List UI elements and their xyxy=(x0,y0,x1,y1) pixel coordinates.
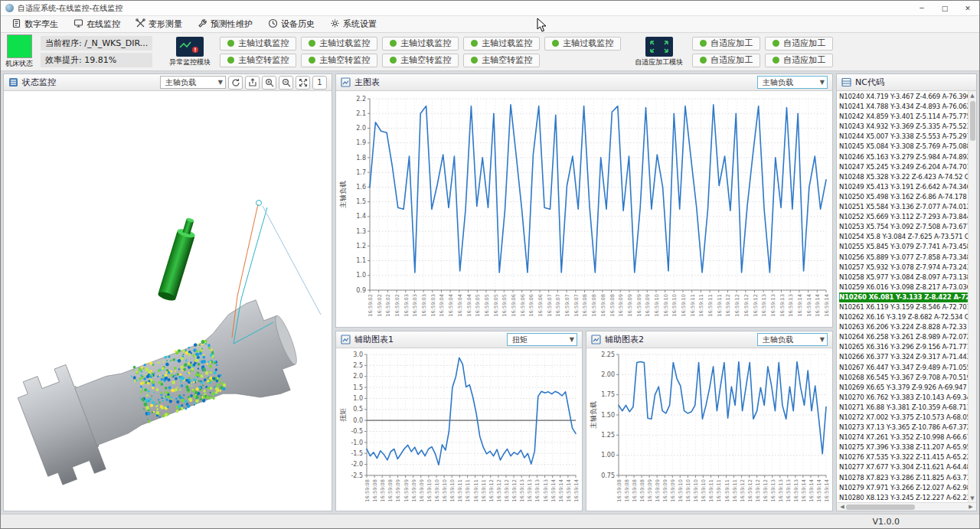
refresh-icon[interactable] xyxy=(228,76,243,90)
nc-code-line[interactable]: N10269 X6.65 Y-3.379 Z-9.926 A-69.947 C xyxy=(839,383,968,393)
nc-code-line[interactable]: N10256 X5.889 Y-3.077 Z-7.858 A-73.348 xyxy=(839,253,968,263)
main-chart-panel: 主图表 主轴负载▼ 0.91.01.11.21.31.41.51.61.71.8… xyxy=(335,73,833,328)
zoom-in-icon[interactable] xyxy=(262,76,276,90)
menu-item-6[interactable]: 系统设置 xyxy=(322,16,384,32)
nc-code-line[interactable]: N10276 X7.535 Y-3.322 Z-11.415 A-65.22 xyxy=(839,452,968,462)
nc-code-line[interactable]: N10261 X6.119 Y-3.159 Z-8.546 A-72.701 xyxy=(839,302,968,312)
svg-text:16:59:02: 16:59:02 xyxy=(368,294,374,317)
scrollbar-thumb[interactable] xyxy=(970,101,975,141)
nc-code-line[interactable]: N10275 X7.396 Y-3.338 Z-11.207 A-65.95 xyxy=(839,442,968,452)
svg-text:16:59:03: 16:59:03 xyxy=(412,294,418,317)
nc-code-line[interactable]: N10245 X5.084 Y-3.308 Z-5.769 A-75.088 xyxy=(839,142,968,152)
nc-code-line[interactable]: N10250 X5.498 Y-3.162 Z-6.86 A-74.178 C xyxy=(839,192,968,202)
chevron-down-icon: ▼ xyxy=(815,79,825,86)
nc-code-line[interactable]: N10262 X6.16 Y-3.19 Z-8.682 A-72.534 C xyxy=(839,312,968,322)
main-chart-title: 主图表 xyxy=(354,77,380,88)
nc-code-line[interactable]: N10259 X6.016 Y-3.098 Z-8.217 A-73.036 xyxy=(839,282,968,292)
nc-code-line[interactable]: N10263 X6.206 Y-3.224 Z-8.828 A-72.33 C xyxy=(839,322,968,332)
machine-3d-view[interactable] xyxy=(4,91,332,511)
svg-text:1.4: 1.4 xyxy=(356,213,366,220)
export-view-icon[interactable] xyxy=(245,76,260,90)
menu-item-3[interactable]: 变形测量 xyxy=(128,16,190,32)
menu-item-1[interactable]: 数字孪生 xyxy=(4,16,66,32)
nc-code-line[interactable]: N10266 X6.377 Y-3.324 Z-9.317 A-71.443 xyxy=(839,352,968,362)
zoom-out-icon[interactable] xyxy=(279,76,293,90)
nc-code-line[interactable]: N10260 X6.081 Y-3.133 Z-8.422 A-72.835 xyxy=(839,292,968,302)
nc-code-line[interactable]: N10243 X4.932 Y-3.369 Z-5.335 A-75.523 xyxy=(839,122,968,132)
close-button[interactable]: ✕ xyxy=(956,1,979,15)
svg-text:16:59:10: 16:59:10 xyxy=(426,479,433,502)
maximize-button[interactable]: □ xyxy=(933,1,956,15)
scroll-up-icon[interactable]: ▲ xyxy=(970,91,974,100)
nc-code-line[interactable]: N10253 X5.754 Y-3.092 Z-7.508 A-73.677 xyxy=(839,222,968,232)
nc-code-line[interactable]: N10249 X5.413 Y-3.191 Z-6.642 A-74.346 xyxy=(839,182,968,192)
svg-text:16:59:07: 16:59:07 xyxy=(573,294,580,317)
nc-code-line[interactable]: N10252 X5.669 Y-3.112 Z-7.293 A-73.844 xyxy=(839,212,968,222)
svg-text:1.75: 1.75 xyxy=(601,392,615,399)
svg-text:16:59:05: 16:59:05 xyxy=(484,294,490,317)
status-monitor-panel: 状态监控 主轴负载▼ 1 xyxy=(3,73,332,511)
nc-code-line[interactable]: N10241 X4.788 Y-3.434 Z-4.893 A-76.062 xyxy=(839,102,968,112)
menu-item-4[interactable]: 预测性维护 xyxy=(190,16,260,32)
svg-text:16:59:03: 16:59:03 xyxy=(421,294,427,317)
svg-text:16:59:06: 16:59:06 xyxy=(537,294,544,317)
svg-text:2.2: 2.2 xyxy=(356,96,366,103)
svg-text:16:59:06: 16:59:06 xyxy=(528,294,534,317)
nc-code-line[interactable]: N10254 X5.8 Y-3.084 Z-7.625 A-73.571 C xyxy=(839,232,968,242)
status-badge: 主轴过载监控 xyxy=(301,37,377,51)
nc-code-line[interactable]: N10278 X7.823 Y-3.286 Z-11.825 A-63.73 xyxy=(839,473,968,483)
scrollbar-thumb[interactable] xyxy=(846,505,915,510)
nc-code-line[interactable]: N10267 X6.447 Y-3.347 Z-9.489 A-71.055 xyxy=(839,363,968,373)
nc-code-line[interactable]: N10248 X5.328 Y-3.22 Z-6.423 A-74.52 C xyxy=(839,172,968,182)
svg-text:16:59:10: 16:59:10 xyxy=(434,479,440,502)
svg-text:16:59:13: 16:59:13 xyxy=(543,479,549,502)
minimize-button[interactable]: ─ xyxy=(910,1,933,15)
menu-item-5[interactable]: 设备历史 xyxy=(260,16,322,32)
svg-text:16:59:10: 16:59:10 xyxy=(681,294,687,317)
menu-item-2[interactable]: 在线监控 xyxy=(66,16,128,32)
nc-code-line[interactable]: N10273 X7.13 Y-3.365 Z-10.786 A-67.372 xyxy=(839,423,968,433)
svg-text:16:59:11: 16:59:11 xyxy=(707,294,714,317)
nc-code-line[interactable]: N10280 X8.123 Y-3.245 Z-12.227 A-62.23 xyxy=(839,493,968,502)
fit-view-icon[interactable] xyxy=(296,76,310,90)
nc-code-line[interactable]: N10264 X6.258 Y-3.261 Z-8.989 A-72.072 xyxy=(839,332,968,342)
svg-text:16:59:13: 16:59:13 xyxy=(793,479,799,502)
scroll-right-icon[interactable]: ▶ xyxy=(967,504,975,510)
nc-code-line[interactable]: N10255 X5.845 Y-3.079 Z-7.741 A-73.458 xyxy=(839,242,968,252)
nc-code-line[interactable]: N10274 X7.261 Y-3.352 Z-10.998 A-66.67 xyxy=(839,433,968,442)
nc-code-line[interactable]: N10270 X6.762 Y-3.383 Z-10.143 A-69.34 xyxy=(839,393,968,403)
list-icon xyxy=(8,77,18,87)
machine-status-label: 机床状态 xyxy=(5,59,33,69)
nc-code-line[interactable]: N10242 X4.859 Y-3.401 Z-5.114 A-75.775 xyxy=(839,112,968,122)
nc-horizontal-scrollbar[interactable]: ◀ ▶ xyxy=(837,502,976,511)
nc-code-line[interactable]: N10257 X5.932 Y-3.078 Z-7.974 A-73.243 xyxy=(839,263,968,273)
aux-chart-1-signal-dropdown[interactable]: 扭矩▼ xyxy=(507,333,577,346)
nc-code-line[interactable]: N10240 X4.719 Y-3.467 Z-4.669 A-76.396 xyxy=(839,92,968,102)
svg-text:16:59:14: 16:59:14 xyxy=(815,294,821,317)
main-chart-signal-dropdown[interactable]: 主轴负载▼ xyxy=(757,76,828,89)
svg-text:16:59:09: 16:59:09 xyxy=(645,294,651,317)
scroll-left-icon[interactable]: ◀ xyxy=(838,504,846,510)
nc-code-line[interactable]: N10251 X5.584 Y-3.136 Z-7.077 A-74.012 xyxy=(839,202,968,212)
aux-chart-2-signal-dropdown[interactable]: 主轴负载▼ xyxy=(757,333,828,346)
svg-text:2.5: 2.5 xyxy=(353,362,363,369)
svg-text:16:59:14: 16:59:14 xyxy=(816,479,822,502)
nc-code-line[interactable]: N10265 X6.316 Y-3.296 Z-9.156 A-71.771 xyxy=(839,342,968,352)
adaptive-module: 自适应加工模块 xyxy=(635,37,683,67)
svg-text:16:59:11: 16:59:11 xyxy=(465,479,471,502)
scroll-down-icon[interactable]: ▼ xyxy=(970,494,974,502)
svg-text:1.50: 1.50 xyxy=(601,412,615,419)
svg-text:16:59:10: 16:59:10 xyxy=(701,479,707,502)
view-signal-dropdown[interactable]: 主轴负载▼ xyxy=(160,76,226,89)
nc-code-line[interactable]: N10272 X7.002 Y-3.375 Z-10.573 A-68.05 xyxy=(839,413,968,423)
nc-code-line[interactable]: N10247 X5.245 Y-3.249 Z-6.204 A-74.701 xyxy=(839,162,968,172)
nc-code-line[interactable]: N10277 X7.677 Y-3.304 Z-11.621 A-64.48 xyxy=(839,462,968,472)
nc-code-line[interactable]: N10271 X6.88 Y-3.381 Z-10.359 A-68.711 xyxy=(839,403,968,413)
nc-code-line[interactable]: N10268 X6.545 Y-3.367 Z-9.708 A-70.519 xyxy=(839,373,968,383)
nc-code-line[interactable]: N10258 X5.977 Y-3.084 Z-8.097 A-73.138 xyxy=(839,273,968,282)
nc-code-line[interactable]: N10279 X7.971 Y-3.266 Z-12.027 A-62.98 xyxy=(839,483,968,493)
nc-code-line[interactable]: N10246 X5.163 Y-3.279 Z-5.984 A-74.892 xyxy=(839,152,968,162)
view-1-button[interactable]: 1 xyxy=(312,76,327,90)
nc-vertical-scrollbar[interactable]: ▲ ▼ xyxy=(968,91,976,502)
nc-code-line[interactable]: N10244 X5.007 Y-3.338 Z-5.553 A-75.297 xyxy=(839,132,968,142)
